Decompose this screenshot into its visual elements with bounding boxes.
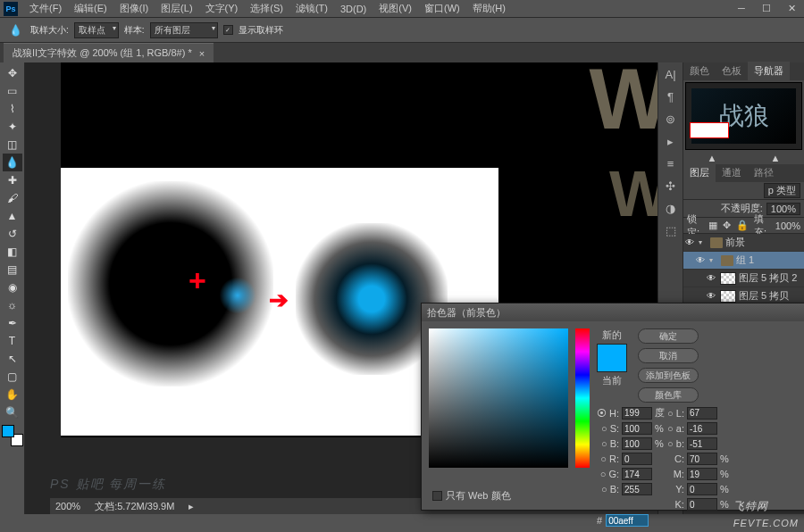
menu-image[interactable]: 图像(I): [113, 0, 155, 17]
visibility-icon[interactable]: 👁: [707, 273, 717, 283]
crop-tool[interactable]: ◫: [3, 136, 22, 154]
marquee-tool[interactable]: ▭: [3, 82, 22, 100]
y-input[interactable]: [687, 483, 717, 495]
tab-channels[interactable]: 通道: [716, 163, 748, 182]
document-tab[interactable]: 战狼II文字特效 @ 200% (组 1, RGB/8#) * ×: [4, 43, 214, 62]
m-input[interactable]: [687, 468, 717, 480]
b-label[interactable]: ○ B:: [597, 438, 619, 449]
wand-tool[interactable]: ✦: [3, 118, 22, 136]
s-label[interactable]: ○ S:: [597, 423, 619, 434]
window-minimize[interactable]: ─: [729, 0, 754, 16]
menu-type[interactable]: 文字(Y): [199, 0, 245, 17]
fill-value[interactable]: 100%: [775, 220, 800, 231]
document-tab-close[interactable]: ×: [199, 48, 205, 59]
menu-edit[interactable]: 编辑(E): [68, 0, 113, 17]
layer-row[interactable]: 👁图层 5 拷贝 2: [683, 270, 804, 287]
shape-tool[interactable]: ▢: [3, 368, 22, 386]
color-library-button[interactable]: 颜色库: [638, 387, 699, 403]
color-swatches[interactable]: [2, 425, 23, 446]
styles-panel-icon[interactable]: ✣: [666, 179, 675, 193]
menu-window[interactable]: 窗口(W): [418, 0, 466, 17]
navigator-viewport-box[interactable]: [690, 122, 729, 138]
history-brush-tool[interactable]: ↺: [3, 225, 22, 243]
layer-kind-filter[interactable]: p 类型: [764, 183, 800, 198]
tab-navigator[interactable]: 导航器: [748, 62, 790, 80]
r-input[interactable]: [622, 453, 652, 465]
menu-file[interactable]: 文件(F): [23, 0, 68, 17]
sample-size-dropdown[interactable]: 取样点: [74, 22, 119, 38]
k-input[interactable]: [687, 498, 717, 511]
eraser-tool[interactable]: ◧: [3, 243, 22, 261]
lab-b-label[interactable]: ○ b:: [667, 438, 684, 449]
lock-position-icon[interactable]: ✥: [723, 220, 731, 231]
h-label[interactable]: ⦿ H:: [597, 408, 619, 419]
cancel-button[interactable]: 取消: [638, 348, 699, 363]
cloud-panel-icon[interactable]: ⊚: [666, 112, 675, 126]
tab-swatches[interactable]: 色板: [716, 62, 748, 80]
s-input[interactable]: [622, 422, 652, 435]
paragraph-panel-icon[interactable]: ¶: [667, 90, 674, 104]
navigator-zoom-slider[interactable]: ▲▲: [683, 152, 804, 164]
zoom-tool[interactable]: 🔍: [3, 403, 22, 421]
menu-3d[interactable]: 3D(D): [334, 2, 373, 16]
3d-panel-icon[interactable]: ⬚: [666, 224, 676, 237]
visibility-icon[interactable]: 👁: [707, 291, 717, 301]
history-panel-icon[interactable]: ▸: [667, 135, 674, 148]
window-close[interactable]: ✕: [779, 0, 804, 16]
tab-color[interactable]: 颜色: [683, 62, 716, 80]
visibility-icon[interactable]: 👁: [696, 255, 707, 265]
hue-slider[interactable]: [575, 328, 590, 468]
add-swatch-button[interactable]: 添加到色板: [638, 368, 699, 383]
char-panel-icon[interactable]: A|: [665, 68, 675, 81]
saturation-value-field[interactable]: [429, 328, 568, 468]
hex-input[interactable]: [606, 514, 649, 527]
menu-filter[interactable]: 滤镜(T): [289, 0, 334, 17]
c-input[interactable]: [687, 453, 717, 465]
foreground-swatch[interactable]: [2, 425, 14, 437]
lock-pixels-icon[interactable]: ▦: [708, 220, 717, 231]
type-tool[interactable]: T: [3, 332, 22, 350]
hand-tool[interactable]: ✋: [3, 386, 22, 403]
visibility-icon[interactable]: 👁: [685, 237, 696, 247]
l-label[interactable]: ○ L:: [667, 408, 684, 419]
blur-tool[interactable]: ◉: [3, 278, 22, 296]
stamp-tool[interactable]: ▲: [3, 207, 22, 225]
pen-tool[interactable]: ✒: [3, 314, 22, 332]
adjustments-panel-icon[interactable]: ≡: [667, 157, 674, 170]
menu-select[interactable]: 选择(S): [244, 0, 289, 17]
layer-row[interactable]: 👁▾组 1: [683, 252, 804, 270]
l-input[interactable]: [687, 407, 717, 420]
expand-arrow-icon[interactable]: ▾: [699, 238, 708, 246]
window-maximize[interactable]: ☐: [754, 0, 779, 16]
layer-row[interactable]: 👁▾前景: [683, 234, 804, 252]
h-input[interactable]: [622, 407, 652, 420]
gradient-tool[interactable]: ▤: [3, 261, 22, 278]
show-ring-checkbox[interactable]: ✓: [223, 25, 233, 35]
a-label[interactable]: ○ a:: [667, 423, 684, 434]
a-input[interactable]: [687, 422, 717, 435]
lock-all-icon[interactable]: 🔒: [736, 220, 749, 231]
web-only-checkbox[interactable]: [432, 491, 442, 501]
move-tool[interactable]: ✥: [3, 64, 22, 82]
menu-view[interactable]: 视图(V): [373, 0, 418, 17]
expand-arrow-icon[interactable]: ▾: [709, 256, 718, 264]
heal-tool[interactable]: ✚: [3, 171, 22, 189]
menu-help[interactable]: 帮助(H): [466, 0, 512, 17]
tab-paths[interactable]: 路径: [748, 163, 780, 182]
picker-titlebar[interactable]: 拾色器（前景色） ✕: [422, 303, 804, 321]
bb-label[interactable]: ○ B:: [597, 484, 619, 495]
lasso-tool[interactable]: ⌇: [3, 100, 22, 118]
brush-tool[interactable]: 🖌: [3, 189, 22, 207]
ok-button[interactable]: 确定: [638, 328, 699, 344]
doc-info-arrow[interactable]: ▸: [188, 501, 194, 512]
dodge-tool[interactable]: ☼: [3, 296, 22, 314]
lab-b-input[interactable]: [687, 437, 717, 450]
navigator-preview[interactable]: 战狼: [685, 82, 802, 150]
r-label[interactable]: ○ R:: [597, 453, 619, 464]
g-label[interactable]: ○ G:: [597, 469, 619, 479]
g-input[interactable]: [622, 468, 652, 480]
sample-dropdown[interactable]: 所有图层: [150, 22, 218, 38]
eyedropper-tool[interactable]: 💧: [3, 154, 22, 171]
path-tool[interactable]: ↖: [3, 350, 22, 368]
props-panel-icon[interactable]: ◑: [666, 202, 675, 215]
